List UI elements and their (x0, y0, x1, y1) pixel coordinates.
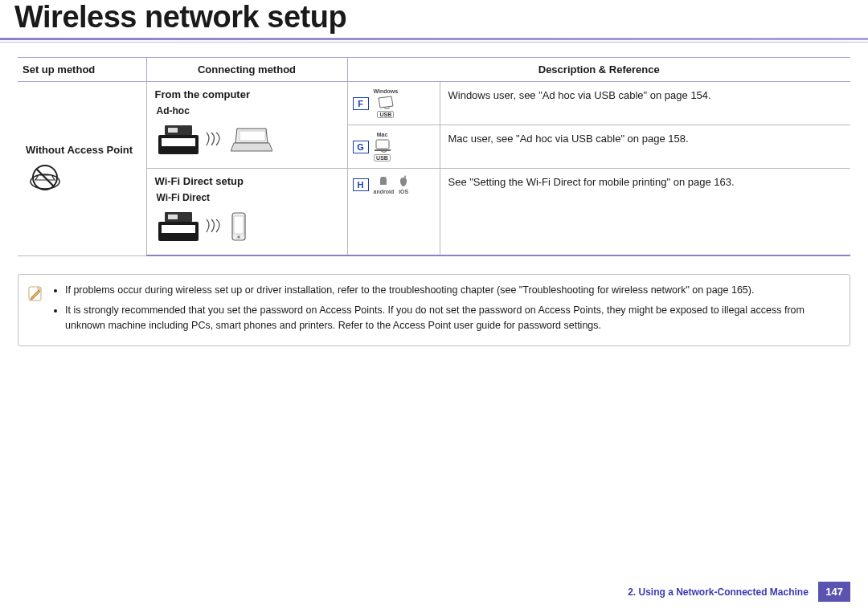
usb-label: USB (377, 111, 394, 118)
svg-rect-15 (234, 216, 244, 234)
from-computer-title: From the computer (155, 88, 339, 100)
svg-point-16 (237, 235, 240, 239)
apple-icon (397, 175, 410, 188)
footer-chapter: 2. Using a Network-Connected Machine (628, 586, 809, 598)
cell-desc-f: Windows user, see "Ad hoc via USB cable"… (440, 82, 850, 125)
windows-icon: Windows USB (374, 88, 399, 118)
cell-badge-f: F Windows USB (347, 82, 440, 125)
printer-icon (157, 122, 202, 157)
svg-rect-11 (162, 225, 195, 233)
page-header: Wireless network setup (0, 0, 868, 38)
cell-wifi-direct: Wi-Fi Direct setup Wi-Fi Direct (146, 169, 347, 256)
svg-rect-8 (376, 140, 389, 149)
footer-page-number: 147 (818, 582, 850, 602)
page-title: Wireless network setup (14, 0, 854, 35)
wireless-waves-icon (205, 218, 227, 235)
svg-rect-4 (162, 138, 195, 146)
wifi-direct-label: Wi-Fi Direct (157, 192, 339, 203)
mac-icon: Mac USB (374, 132, 391, 161)
adhoc-illustration (155, 118, 339, 161)
svg-rect-13 (168, 215, 178, 219)
page-footer: 2. Using a Network-Connected Machine 147 (0, 582, 868, 602)
cell-badge-h: H android (347, 169, 440, 256)
svg-rect-6 (168, 128, 178, 133)
printer-icon (157, 209, 202, 244)
note-item: If problems occur during wireless set up… (65, 283, 838, 298)
wifi-direct-title: Wi-Fi Direct setup (155, 175, 339, 187)
badge-letter-g: G (353, 141, 369, 153)
setup-table: Set up method Connecting method Descript… (18, 57, 850, 256)
note-list: If problems occur during wireless set up… (52, 283, 838, 337)
th-description: Description & Reference (347, 58, 850, 82)
adhoc-label: Ad-hoc (157, 105, 339, 116)
wireless-waves-icon (205, 131, 227, 149)
table-row: Without Access Point From the computer A… (18, 82, 850, 125)
cell-desc-g: Mac user, see "Ad hoc via USB cable" on … (440, 125, 850, 169)
svg-rect-7 (240, 131, 265, 141)
badge-letter-f: F (353, 97, 369, 110)
th-setup-method: Set up method (18, 58, 146, 82)
svg-point-19 (404, 176, 406, 178)
setup-method-label: Without Access Point (26, 144, 138, 156)
smartphone-icon (231, 211, 247, 242)
usb-label: USB (374, 154, 391, 161)
header-rule (0, 38, 868, 44)
cell-setup-method: Without Access Point (18, 82, 146, 256)
note-icon (27, 284, 44, 302)
table-header-row: Set up method Connecting method Descript… (18, 58, 850, 82)
no-access-point-icon (27, 164, 63, 194)
note-box: If problems occur during wireless set up… (18, 274, 850, 346)
cell-from-computer: From the computer Ad-hoc (146, 82, 347, 169)
laptop-icon (231, 125, 272, 154)
note-item: It is strongly recommended that you set … (65, 303, 838, 333)
page-content: Set up method Connecting method Descript… (0, 52, 868, 346)
th-connecting-method: Connecting method (146, 58, 347, 82)
badge-letter-h: H (353, 178, 369, 191)
cell-badge-g: G Mac USB (347, 125, 440, 169)
android-icon (377, 175, 390, 188)
mobile-os-icons: android iOS (374, 175, 411, 194)
cell-desc-h: See "Setting the Wi-Fi Direct for mobile… (440, 169, 850, 256)
wifi-direct-illustration (155, 205, 339, 248)
svg-rect-9 (375, 149, 391, 151)
